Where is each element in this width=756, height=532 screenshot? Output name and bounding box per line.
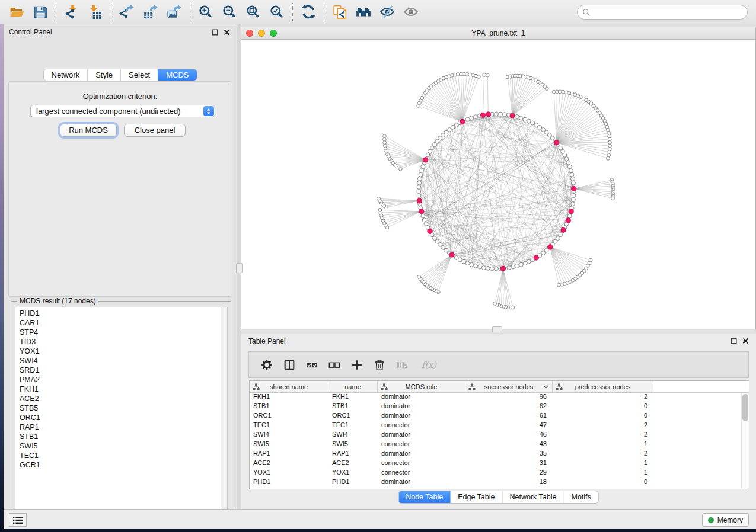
columns-icon — [283, 358, 296, 371]
float-panel-icon[interactable] — [210, 28, 219, 36]
network-graph[interactable] — [241, 40, 755, 329]
tab-node-table[interactable]: Node Table — [398, 491, 450, 503]
import-table-button[interactable] — [84, 2, 107, 22]
add-row-button[interactable] — [350, 358, 364, 372]
mcds-result-item[interactable]: ORC1 — [15, 413, 227, 422]
optimization-criterion-select[interactable]: largest connected component (undirected) — [30, 105, 215, 117]
cell-predecessors: 2 — [553, 421, 653, 431]
show-eye-button[interactable] — [399, 2, 423, 22]
delete-row-button[interactable] — [372, 358, 387, 372]
mcds-result-item[interactable]: ACE2 — [15, 394, 227, 403]
run-mcds-button[interactable]: Run MCDS — [60, 124, 117, 137]
svg-text:f(x): f(x) — [422, 360, 437, 370]
table-row[interactable]: RAP1RAP1dominator352 — [250, 450, 749, 459]
unselect-all-button[interactable] — [327, 358, 342, 372]
column-header-predecessor-nodes[interactable]: predecessor nodes — [553, 381, 653, 392]
mcds-result-item[interactable]: PHD1 — [15, 309, 227, 318]
import-table-icon — [88, 4, 103, 20]
delete-table-button[interactable] — [395, 358, 409, 372]
mcds-result-item[interactable]: CAR1 — [15, 318, 227, 328]
network-canvas[interactable] — [241, 40, 756, 329]
mcds-result-item[interactable]: SRD1 — [15, 366, 227, 375]
hide-eye-button[interactable] — [375, 2, 399, 22]
cell-shared_name: STB1 — [250, 402, 328, 412]
list-scrollbar[interactable] — [221, 307, 227, 517]
fx-button[interactable]: f(x) — [417, 358, 438, 372]
doc-network-icon — [332, 4, 347, 20]
refresh-button[interactable] — [296, 2, 320, 22]
table-row[interactable]: ORC1ORC1dominator610 — [250, 412, 749, 421]
import-network-button[interactable] — [60, 2, 84, 22]
zoom-out-button[interactable] — [218, 2, 241, 22]
tab-motifs[interactable]: Motifs — [563, 491, 598, 503]
close-panel-icon[interactable] — [222, 28, 231, 36]
float-table-panel-icon[interactable] — [729, 336, 738, 345]
control-panel-tabs: NetworkStyleSelectMCDS — [43, 69, 197, 81]
tab-mcds[interactable]: MCDS — [158, 69, 196, 81]
mcds-result-item[interactable]: GCR1 — [15, 460, 227, 470]
mcds-result-item[interactable]: YOX1 — [15, 347, 227, 356]
zoom-selected-button[interactable] — [265, 2, 289, 22]
neighbors-houses-button[interactable] — [352, 2, 375, 22]
cell-successors: 62 — [465, 402, 553, 412]
tab-network[interactable]: Network — [43, 69, 87, 81]
column-header-MCDS-role[interactable]: MCDS role — [378, 381, 465, 392]
select-all-button[interactable] — [305, 358, 319, 372]
table-row[interactable]: SWI5SWI5connector431 — [250, 440, 749, 450]
attribute-icon — [381, 383, 388, 390]
table-row[interactable]: FKH1FKH1dominator962 — [250, 393, 749, 402]
tab-style[interactable]: Style — [87, 69, 120, 81]
close-panel-button[interactable]: Close panel — [124, 124, 186, 137]
doc-network-button[interactable] — [328, 2, 352, 22]
vertical-splitter-grip[interactable] — [236, 263, 243, 273]
zoom-in-button[interactable] — [194, 2, 218, 22]
table-row[interactable]: TEC1TEC1connector472 — [250, 421, 749, 431]
memory-button[interactable]: Memory — [702, 513, 749, 527]
mcds-result-item[interactable]: PMA2 — [15, 375, 227, 384]
zoom-fit-button[interactable] — [241, 2, 265, 22]
mcds-result-item[interactable]: TEC1 — [15, 451, 227, 460]
mcds-result-item[interactable]: STB1 — [15, 432, 227, 441]
export-image-button[interactable] — [162, 2, 186, 22]
table-scrollbar-thumb[interactable] — [742, 394, 748, 421]
column-header-shared-name[interactable]: shared name — [250, 381, 328, 392]
horizontal-splitter-grip[interactable] — [492, 326, 502, 332]
task-history-button[interactable] — [9, 513, 27, 527]
search-input[interactable] — [591, 7, 747, 18]
cell-successors: 61 — [465, 412, 553, 421]
search-box[interactable] — [577, 5, 748, 20]
cell-shared_name: ORC1 — [250, 412, 328, 421]
table-row[interactable]: YOX1YOX1connector291 — [250, 469, 749, 478]
mcds-result-item[interactable]: SWI4 — [15, 356, 227, 366]
mcds-result-item[interactable]: FKH1 — [15, 384, 227, 394]
gear-button[interactable] — [260, 358, 274, 372]
save-floppy-button[interactable] — [28, 2, 52, 22]
mcds-result-list[interactable]: PHD1CAR1STP4TID3YOX1SWI4SRD1PMA2FKH1ACE2… — [15, 307, 228, 517]
close-table-panel-icon[interactable] — [741, 336, 749, 345]
mcds-result-item[interactable]: TID3 — [15, 337, 227, 347]
tab-edge-table[interactable]: Edge Table — [450, 491, 502, 503]
columns-button[interactable] — [282, 358, 296, 372]
column-header-successor-nodes[interactable]: successor nodes — [465, 381, 553, 392]
cell-role: connector — [378, 421, 465, 431]
table-row[interactable]: SWI4SWI4dominator462 — [250, 431, 749, 440]
export-network-icon — [119, 4, 135, 20]
cell-name: ORC1 — [328, 412, 378, 421]
mcds-result-title: MCDS result (17 nodes) — [17, 297, 98, 305]
table-row[interactable]: ACE2ACE2connector311 — [250, 459, 749, 469]
mcds-result-item[interactable]: STP4 — [15, 328, 227, 337]
tab-select[interactable]: Select — [120, 69, 158, 81]
table-row[interactable]: PHD1PHD1dominator180 — [250, 478, 749, 488]
select-all-icon — [305, 358, 318, 371]
tab-network-table[interactable]: Network Table — [502, 491, 564, 503]
open-folder-button[interactable] — [5, 2, 28, 22]
mcds-result-item[interactable]: RAP1 — [15, 422, 227, 432]
table-row[interactable]: STB1STB1dominator620 — [250, 402, 749, 412]
mcds-result-item[interactable]: STB5 — [15, 403, 227, 413]
column-header-name[interactable]: name — [328, 381, 378, 392]
export-table-button[interactable] — [139, 2, 162, 22]
mcds-result-item[interactable]: SWI5 — [15, 441, 227, 451]
cell-name: SWI5 — [328, 440, 378, 450]
export-network-button[interactable] — [115, 2, 139, 22]
table-scrollbar[interactable] — [741, 393, 749, 489]
